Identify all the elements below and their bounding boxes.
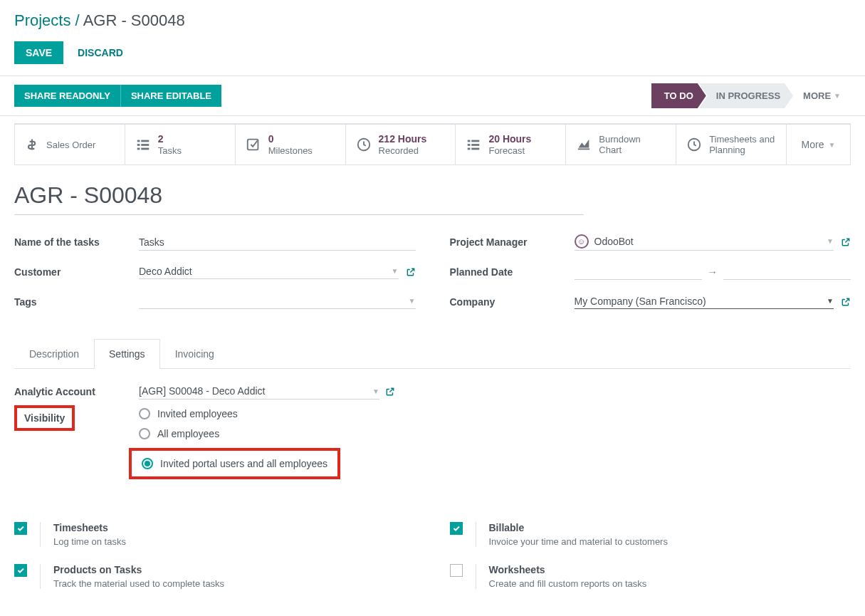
- chevron-down-icon[interactable]: ▼: [827, 297, 834, 305]
- company-label: Company: [450, 296, 575, 308]
- svg-rect-11: [472, 144, 480, 146]
- avatar: ☺: [575, 234, 589, 249]
- stat-sales-order[interactable]: Sales Order: [14, 124, 125, 165]
- radio-icon: [139, 408, 150, 419]
- analytic-account-label: Analytic Account: [14, 383, 139, 397]
- stat-milestones[interactable]: 0 Milestones: [236, 124, 346, 165]
- tasks-icon: [466, 137, 481, 152]
- timesheets-desc: Log time on tasks: [53, 536, 416, 547]
- breadcrumb: Projects / AGR - S00048: [0, 0, 865, 36]
- stat-burndown[interactable]: Burndown Chart: [566, 124, 676, 165]
- save-button[interactable]: SAVE: [14, 41, 63, 64]
- tab-invoicing[interactable]: Invoicing: [160, 339, 229, 368]
- worksheets-desc: Create and fill custom reports on tasks: [489, 578, 851, 589]
- discard-button[interactable]: DISCARD: [78, 47, 123, 58]
- tasks-icon: [135, 137, 151, 152]
- svg-rect-3: [141, 144, 149, 146]
- visibility-portal-users[interactable]: Invited portal users and all employees: [142, 458, 327, 469]
- chart-area-icon: [576, 137, 592, 152]
- visibility-label: Visibility: [24, 412, 65, 424]
- timesheets-title: Timesheets: [53, 522, 416, 533]
- external-link-icon[interactable]: [841, 237, 851, 247]
- stat-hours-recorded[interactable]: 212 Hours Recorded: [346, 124, 456, 165]
- svg-rect-13: [472, 148, 480, 150]
- share-editable-button[interactable]: SHARE EDITABLE: [121, 85, 221, 107]
- external-link-icon[interactable]: [406, 267, 416, 277]
- svg-rect-4: [137, 148, 140, 150]
- share-status-bar: SHARE READONLY SHARE EDITABLE TO DO IN P…: [0, 76, 865, 116]
- visibility-label-highlight: Visibility: [14, 405, 75, 431]
- stat-boxes: Sales Order 2 Tasks 0 Milestones 212 Hou…: [14, 123, 851, 165]
- billable-desc: Invoice your time and material to custom…: [489, 536, 851, 547]
- chevron-down-icon[interactable]: ▼: [827, 237, 834, 245]
- status-bar: TO DO IN PROGRESS MORE ▼: [651, 83, 851, 108]
- visibility-invited-employees[interactable]: Invited employees: [139, 408, 340, 419]
- radio-icon: [139, 428, 150, 439]
- svg-rect-5: [141, 148, 149, 150]
- billable-title: Billable: [489, 522, 851, 533]
- tab-settings[interactable]: Settings: [94, 339, 160, 369]
- tabs: Description Settings Invoicing: [14, 339, 851, 369]
- external-link-icon[interactable]: [385, 387, 395, 397]
- project-manager-input[interactable]: [594, 236, 822, 247]
- status-todo[interactable]: TO DO: [651, 83, 706, 108]
- products-on-tasks-checkbox[interactable]: [14, 564, 27, 577]
- planned-date-label: Planned Date: [450, 266, 575, 278]
- chevron-down-icon: ▼: [834, 92, 841, 100]
- chevron-down-icon[interactable]: ▼: [392, 267, 399, 275]
- customer-input[interactable]: [139, 266, 386, 277]
- breadcrumb-root[interactable]: Projects: [14, 11, 70, 29]
- stat-hours-forecast[interactable]: 20 Hours Forecast: [456, 124, 566, 165]
- chevron-down-icon: ▼: [829, 141, 836, 149]
- planned-date-start[interactable]: [575, 264, 702, 280]
- status-more[interactable]: MORE ▼: [793, 83, 851, 108]
- dollar-icon: [25, 137, 39, 152]
- status-in-progress[interactable]: IN PROGRESS: [699, 83, 793, 108]
- visibility-all-employees[interactable]: All employees: [139, 428, 340, 439]
- svg-rect-8: [468, 140, 471, 142]
- svg-rect-12: [468, 148, 471, 150]
- worksheets-checkbox[interactable]: [450, 564, 463, 577]
- stat-timesheets-planning[interactable]: Timesheets and Planning: [676, 124, 787, 165]
- tags-input[interactable]: [139, 296, 403, 307]
- external-link-icon[interactable]: [841, 297, 851, 307]
- svg-rect-2: [137, 144, 140, 146]
- tags-label: Tags: [14, 296, 139, 308]
- products-desc: Track the material used to complete task…: [53, 578, 416, 589]
- check-square-icon: [246, 137, 261, 152]
- stat-tasks[interactable]: 2 Tasks: [125, 124, 236, 165]
- products-title: Products on Tasks: [53, 564, 416, 575]
- svg-rect-0: [137, 140, 140, 142]
- radio-icon: [142, 458, 153, 469]
- svg-rect-10: [468, 144, 471, 146]
- project-title-input[interactable]: [14, 179, 584, 215]
- project-manager-label: Project Manager: [450, 236, 575, 248]
- svg-rect-9: [472, 140, 480, 142]
- task-name-label: Name of the tasks: [14, 236, 139, 248]
- share-readonly-button[interactable]: SHARE READONLY: [14, 85, 121, 107]
- customer-label: Customer: [14, 266, 139, 278]
- planned-date-end[interactable]: [723, 264, 851, 280]
- stat-more[interactable]: More ▼: [787, 124, 851, 165]
- breadcrumb-current: AGR - S00048: [83, 11, 185, 29]
- arrow-right-icon: →: [708, 266, 718, 278]
- clock-icon: [356, 137, 372, 152]
- chevron-down-icon[interactable]: ▼: [409, 297, 416, 305]
- visibility-option-highlight: Invited portal users and all employees: [129, 448, 340, 479]
- timesheets-checkbox[interactable]: [14, 522, 27, 535]
- billable-checkbox[interactable]: [450, 522, 463, 535]
- clock-icon: [686, 137, 702, 152]
- worksheets-title: Worksheets: [489, 564, 851, 575]
- analytic-account-input[interactable]: [139, 385, 372, 397]
- svg-rect-1: [141, 140, 149, 142]
- company-input[interactable]: [575, 296, 822, 307]
- action-bar: SAVE DISCARD: [0, 36, 865, 75]
- tab-description[interactable]: Description: [14, 339, 94, 368]
- chevron-down-icon[interactable]: ▼: [372, 387, 379, 395]
- task-name-input[interactable]: [139, 234, 416, 251]
